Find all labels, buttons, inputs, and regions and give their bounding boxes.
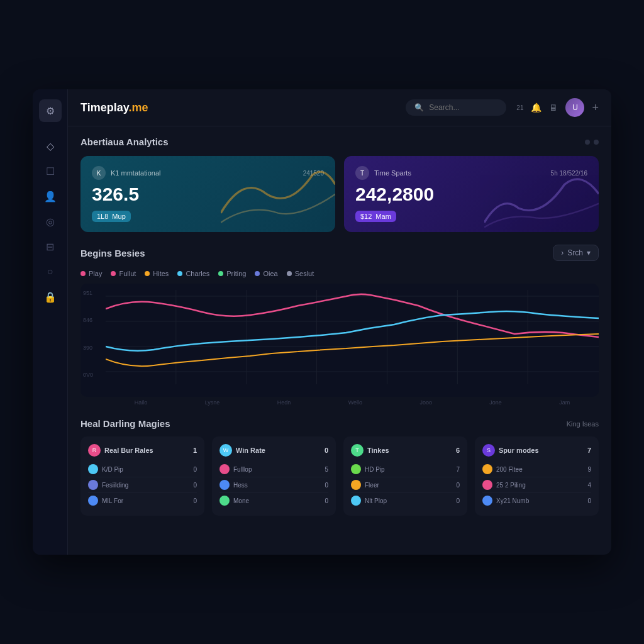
sidebar-item-diamond[interactable]: ◇ [39, 135, 62, 157]
lock-icon: 🔒 [44, 291, 57, 303]
legend-charles: Charles [177, 270, 209, 277]
legend-dot-charles [177, 271, 182, 276]
legend-priting: Priting [218, 270, 246, 277]
chevron-down-icon: ▾ [587, 248, 591, 257]
leader-avatar-2: T [351, 444, 364, 457]
page-body: Abertiaua Analytics K K1 mmtatational 24… [68, 126, 611, 526]
row-name-0-2: MIL For [102, 497, 123, 504]
chart-y-labels: 951 846 390 0V0 [83, 290, 93, 378]
sidebar-item-lock[interactable]: 🔒 [39, 286, 62, 308]
legend-fullut: Fullut [111, 270, 136, 277]
card-label-1: K1 mmtatational [111, 169, 160, 177]
leader-row-left-3-1: 25 2 Piling [482, 480, 526, 490]
leader-row-left-0-1: Fesiilding [88, 480, 128, 490]
card-chart-teal [221, 156, 335, 232]
x-label-wello: Wello [348, 399, 362, 406]
leader-row-3-0: 200 Fltee 9 [482, 462, 591, 477]
row-name-1-0: Fulllop [233, 466, 252, 473]
diamond-icon: ◇ [47, 140, 54, 152]
leader-name-wrap-2: T Tinkes [351, 444, 389, 457]
stat-card-kd: K K1 mmtatational 241520 326.5 1L8 Mup [80, 156, 335, 232]
leader-avatar-0: R [88, 444, 101, 457]
row-avatar-0-0 [88, 464, 98, 474]
bell-icon[interactable]: 🔔 [531, 103, 541, 113]
leader-row-1-0: Fulllop 5 [219, 462, 328, 477]
chart-svg [106, 290, 599, 391]
sidebar-item-clock[interactable]: ◎ [39, 210, 62, 233]
row-val-1-2: 0 [325, 497, 328, 504]
main-content: Timeplay.me 🔍 21 🔔 🖥 U + Abertiaua Analy… [68, 89, 611, 555]
legend-dot-fullut [111, 271, 116, 276]
badge-label-1: 1L8 [97, 213, 108, 220]
analytics-controls [585, 140, 599, 145]
sidebar-item-grid[interactable]: ☐ [39, 160, 62, 182]
legend-label-hites: Hites [153, 270, 169, 277]
row-name-2-2: Nlt Plop [365, 497, 387, 504]
leader-row-left-1-1: Hess [219, 480, 248, 490]
legend-hites: Hites [145, 270, 169, 277]
leader-row-left-2-2: Nlt Plop [351, 496, 387, 506]
leaders-title: Heal Darling Magies [80, 418, 170, 429]
leader-row-1-2: Mone 0 [219, 493, 328, 508]
app-logo: Timeplay.me [80, 101, 148, 114]
row-val-2-0: 7 [456, 466, 460, 473]
row-avatar-2-0 [351, 464, 361, 474]
legend-dot-play [80, 271, 86, 276]
notification-count: 21 [516, 104, 523, 111]
leader-name-wrap-1: W Win Rate [219, 444, 265, 457]
leader-row-left-0-0: K/D Pip [88, 464, 123, 474]
leader-row-left-1-0: Fulllop [219, 464, 252, 474]
leader-score-3: 7 [587, 447, 591, 454]
search-bar[interactable]: 🔍 [406, 99, 506, 116]
y-label-390: 390 [83, 345, 93, 351]
chart-legend: Play Fullut Hites Charles [80, 270, 599, 277]
chevron-right-icon: › [561, 248, 564, 257]
row-avatar-2-1 [351, 480, 361, 490]
row-avatar-0-2 [88, 496, 98, 506]
avatar[interactable]: U [565, 98, 584, 117]
leader-card-1: W Win Rate 0 Fulllop 5 [212, 436, 336, 516]
card-icon-1: K [92, 166, 106, 180]
chart-title: Begins Besies [80, 248, 145, 258]
search-input[interactable] [429, 103, 492, 112]
leader-row-left-3-2: Xy21 Numb [482, 496, 529, 506]
sidebar: ⚙ ◇ ☐ 👤 ◎ ⊟ ○ 🔒 [33, 89, 68, 555]
leader-score-2: 6 [456, 447, 460, 454]
leader-name-3: Spur modes [499, 447, 539, 454]
leader-row-0-0: K/D Pip 0 [88, 462, 197, 477]
stat-cards: K K1 mmtatational 241520 326.5 1L8 Mup [80, 156, 599, 232]
legend-label-priting: Priting [226, 270, 246, 277]
card-badge-1: 1L8 Mup [92, 211, 131, 222]
leader-row-3-2: Xy21 Numb 0 [482, 493, 591, 508]
leaders-header: Heal Darling Magies King Iseas [80, 418, 599, 429]
row-val-1-0: 5 [325, 466, 328, 473]
x-label-jooo: Jooo [419, 399, 432, 406]
leaders-grid: R Real Bur Rales 1 K/D Pip 0 [80, 436, 599, 516]
app-name: Timeplay [80, 101, 128, 114]
leader-row-left-3-0: 200 Fltee [482, 464, 523, 474]
leader-header-0: R Real Bur Rales 1 [88, 444, 197, 457]
sidebar-logo[interactable]: ⚙ [39, 99, 62, 122]
row-val-2-1: 0 [456, 482, 460, 489]
chart-area: 951 846 390 0V0 [80, 284, 599, 397]
row-val-0-1: 0 [193, 482, 197, 489]
app-container: ⚙ ◇ ☐ 👤 ◎ ⊟ ○ 🔒 Timeplay.me [33, 89, 611, 555]
row-val-3-1: 4 [587, 482, 591, 489]
add-button[interactable]: + [592, 101, 599, 114]
chart-x-labels: Hailo Lysne Hedn Wello Jooo Jone Jam [80, 397, 599, 406]
view-all-link[interactable]: King Iseas [567, 420, 599, 428]
row-name-3-1: 25 2 Piling [496, 482, 526, 489]
monitor-icon[interactable]: 🖥 [549, 103, 558, 113]
leader-name-2: Tinkes [367, 447, 389, 454]
sidebar-item-ring[interactable]: ○ [39, 260, 62, 283]
leader-avatar-1: W [219, 444, 232, 457]
chart-section: Begins Besies › Srch ▾ Play [80, 245, 599, 406]
x-label-jam: Jam [559, 399, 570, 406]
badge-label-2: $12 [360, 213, 372, 220]
row-val-0-0: 0 [193, 466, 197, 473]
sidebar-item-dashboard[interactable]: ⊟ [39, 235, 62, 258]
row-avatar-3-1 [482, 480, 492, 490]
card-icon-2: T [355, 166, 369, 180]
filter-button[interactable]: › Srch ▾ [553, 245, 599, 261]
sidebar-item-user[interactable]: 👤 [39, 185, 62, 208]
